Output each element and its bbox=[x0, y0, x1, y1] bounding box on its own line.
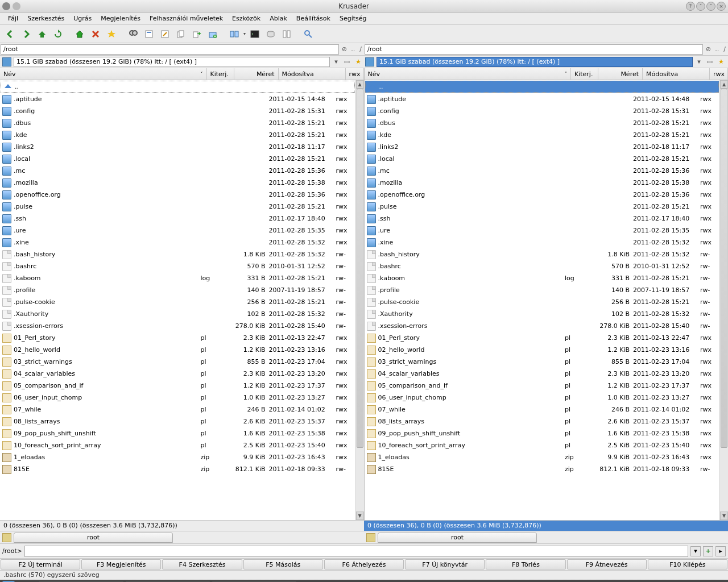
file-row[interactable]: .aptitude 2011-02-15 14:48 rwx bbox=[0, 93, 355, 105]
fkey-f9[interactable]: F9 Átnevezés bbox=[567, 559, 647, 569]
col-ext[interactable]: Kiterj. bbox=[207, 68, 234, 80]
edit-button[interactable] bbox=[158, 27, 172, 41]
tab-left[interactable]: root bbox=[14, 533, 173, 543]
diskusage-button[interactable] bbox=[264, 27, 278, 41]
file-row[interactable]: .pulse 2011-02-28 15:21 rwx bbox=[0, 201, 355, 213]
scroll-thumb[interactable] bbox=[357, 89, 363, 448]
file-row[interactable]: .kde 2011-02-28 15:21 rwx bbox=[0, 129, 355, 141]
popup-icon[interactable]: ▭ bbox=[342, 57, 351, 66]
scrollbar[interactable]: ▲ ▼ bbox=[719, 80, 728, 520]
file-row[interactable]: 10_foreach_sort_print_array pl 2.5 KiB 2… bbox=[365, 439, 720, 451]
path-slash-left[interactable]: / bbox=[357, 45, 364, 53]
file-row[interactable]: 06_user_input_chomp pl 1.0 KiB 2011-02-2… bbox=[365, 392, 720, 404]
menu-tools[interactable]: Eszközök bbox=[228, 14, 265, 23]
copy-button[interactable] bbox=[174, 27, 188, 41]
file-row[interactable]: 02_hello_world pl 1.2 KiB 2011-02-23 13:… bbox=[0, 344, 355, 356]
disk-dropdown-left[interactable]: 15.1 GiB szabad (összesen 19.2 GiB) (78%… bbox=[14, 57, 330, 67]
file-row[interactable]: .ssh 2011-02-17 18:40 rwx bbox=[0, 213, 355, 225]
file-row[interactable]: .profile 140 B 2007-11-19 18:57 rw- bbox=[0, 284, 355, 296]
maximize-button[interactable]: ˄ bbox=[706, 2, 715, 11]
file-row[interactable]: .mozilla 2011-02-28 15:38 rwx bbox=[0, 177, 355, 189]
col-name[interactable]: Név˅ bbox=[365, 68, 572, 80]
file-row[interactable]: .local 2011-02-28 15:21 rwx bbox=[365, 153, 720, 165]
path-dots-right[interactable]: .. bbox=[713, 45, 721, 53]
col-perm[interactable]: rwx bbox=[710, 68, 728, 80]
menu-window[interactable]: Ablak bbox=[265, 14, 292, 23]
newtab-icon[interactable] bbox=[2, 533, 11, 542]
path-input-right[interactable] bbox=[365, 44, 703, 55]
fkey-f2[interactable]: F2 Új terminál bbox=[1, 559, 80, 569]
file-row[interactable]: .mc 2011-02-28 15:36 rwx bbox=[0, 165, 355, 177]
file-row[interactable]: .kaboom log 331 B 2011-02-28 15:21 rw- bbox=[365, 272, 720, 284]
file-row[interactable]: 10_foreach_sort_print_array pl 2.5 KiB 2… bbox=[0, 439, 355, 451]
file-row[interactable]: .bash_history 1.8 KiB 2011-02-28 15:32 r… bbox=[0, 248, 355, 260]
file-row[interactable]: 09_pop_push_shift_unshift pl 1.6 KiB 201… bbox=[365, 427, 720, 439]
file-row[interactable]: .openoffice.org 2011-02-28 15:36 rwx bbox=[365, 189, 720, 201]
fkey-f4[interactable]: F4 Szerkesztés bbox=[162, 559, 242, 569]
disk-dropdown-right[interactable]: 15.1 GiB szabad (összesen 19.2 GiB) (78%… bbox=[377, 57, 693, 67]
col-name[interactable]: Név˅ bbox=[0, 68, 207, 80]
disk-icon[interactable] bbox=[2, 57, 11, 66]
cmd-run-button[interactable]: ▸ bbox=[715, 546, 726, 556]
file-row[interactable]: .pulse-cookie 256 B 2011-02-28 15:21 rw- bbox=[365, 296, 720, 308]
file-row[interactable]: .profile 140 B 2007-11-19 18:57 rw- bbox=[365, 284, 720, 296]
col-date[interactable]: Módosítva bbox=[643, 68, 710, 80]
up-button[interactable] bbox=[35, 27, 49, 41]
path-input-left[interactable] bbox=[1, 44, 339, 55]
file-row[interactable]: .mozilla 2011-02-28 15:38 rwx bbox=[365, 177, 720, 189]
file-row[interactable]: .pulse-cookie 256 B 2011-02-28 15:21 rw- bbox=[0, 296, 355, 308]
chevron-down-icon[interactable]: ▾ bbox=[332, 58, 340, 65]
file-row[interactable]: .aptitude 2011-02-15 14:48 rwx bbox=[365, 93, 720, 105]
file-row[interactable]: .config 2011-02-28 15:31 rwx bbox=[0, 105, 355, 117]
file-row[interactable]: .ure 2011-02-28 15:35 rwx bbox=[0, 225, 355, 236]
scroll-down-icon[interactable]: ▼ bbox=[720, 512, 728, 520]
file-row[interactable]: .links2 2011-02-18 11:17 rwx bbox=[365, 141, 720, 153]
menu-go[interactable]: Ugrás bbox=[69, 14, 96, 23]
scroll-thumb[interactable] bbox=[721, 89, 727, 448]
file-row[interactable]: 03_strict_warnings pl 855 B 2011-02-23 1… bbox=[365, 356, 720, 368]
back-button[interactable] bbox=[3, 27, 17, 41]
chevron-down-icon[interactable]: ▾ bbox=[695, 58, 703, 65]
menu-view[interactable]: Megjelenítés bbox=[96, 14, 145, 23]
star-icon[interactable]: ★ bbox=[717, 57, 726, 66]
reload-button[interactable] bbox=[51, 27, 65, 41]
file-row[interactable]: 04_scalar_variables pl 2.3 KiB 2011-02-2… bbox=[0, 368, 355, 380]
popup-icon[interactable]: ▭ bbox=[705, 57, 714, 66]
file-row[interactable]: .xsession-errors 278.0 KiB 2011-02-28 15… bbox=[365, 320, 720, 332]
file-row[interactable]: .xine 2011-02-28 15:32 rwx bbox=[0, 236, 355, 248]
file-row[interactable]: 04_scalar_variables pl 2.3 KiB 2011-02-2… bbox=[365, 368, 720, 380]
bookmark-button[interactable] bbox=[105, 27, 118, 41]
file-row[interactable]: 03_strict_warnings pl 855 B 2011-02-23 1… bbox=[0, 356, 355, 368]
fkey-f3[interactable]: F3 Megjelenítés bbox=[81, 559, 161, 569]
fkey-f5[interactable]: F5 Másolás bbox=[243, 559, 323, 569]
home-button[interactable] bbox=[73, 27, 86, 41]
file-row[interactable]: .bashrc 570 B 2010-01-31 12:52 rw- bbox=[365, 260, 720, 272]
window-menu-icon[interactable] bbox=[2, 2, 10, 10]
file-row[interactable]: .local 2011-02-28 15:21 rwx bbox=[0, 153, 355, 165]
file-row[interactable]: .xine 2011-02-28 15:32 rwx bbox=[365, 236, 720, 248]
move-button[interactable] bbox=[190, 27, 204, 41]
search-button[interactable] bbox=[301, 27, 315, 41]
file-row[interactable]: .mc 2011-02-28 15:36 rwx bbox=[365, 165, 720, 177]
cmd-history-button[interactable]: ▾ bbox=[690, 546, 701, 556]
find-button[interactable] bbox=[126, 27, 140, 41]
file-row[interactable]: 1_eloadas zip 9.9 KiB 2011-02-23 16:43 r… bbox=[365, 451, 720, 463]
help-button[interactable]: ? bbox=[686, 2, 695, 11]
close-button[interactable]: × bbox=[717, 2, 726, 11]
scroll-up-icon[interactable]: ▲ bbox=[720, 80, 728, 89]
file-row[interactable]: .kde 2011-02-28 15:21 rwx bbox=[365, 129, 720, 141]
col-ext[interactable]: Kiterj. bbox=[571, 68, 598, 80]
clear-path-left-icon[interactable]: ⊘ bbox=[340, 45, 349, 53]
file-row[interactable]: 07_while pl 246 B 2011-02-14 01:02 rwx bbox=[0, 404, 355, 415]
file-row[interactable]: 02_hello_world pl 1.2 KiB 2011-02-23 13:… bbox=[365, 344, 720, 356]
path-dots-left[interactable]: .. bbox=[349, 45, 357, 53]
file-row[interactable]: 05_comparison_and_if pl 1.2 KiB 2011-02-… bbox=[365, 380, 720, 392]
scroll-up-icon[interactable]: ▲ bbox=[356, 80, 364, 89]
file-row[interactable]: .pulse 2011-02-28 15:21 rwx bbox=[365, 201, 720, 213]
newtab-icon[interactable] bbox=[366, 533, 375, 542]
sync-button[interactable] bbox=[228, 27, 241, 41]
file-row[interactable]: 01_Perl_story pl 2.3 KiB 2011-02-13 22:4… bbox=[0, 332, 355, 344]
file-row[interactable]: .bash_history 1.8 KiB 2011-02-28 15:32 r… bbox=[365, 248, 720, 260]
col-date[interactable]: Módosítva bbox=[279, 68, 346, 80]
star-icon[interactable]: ★ bbox=[354, 57, 363, 66]
